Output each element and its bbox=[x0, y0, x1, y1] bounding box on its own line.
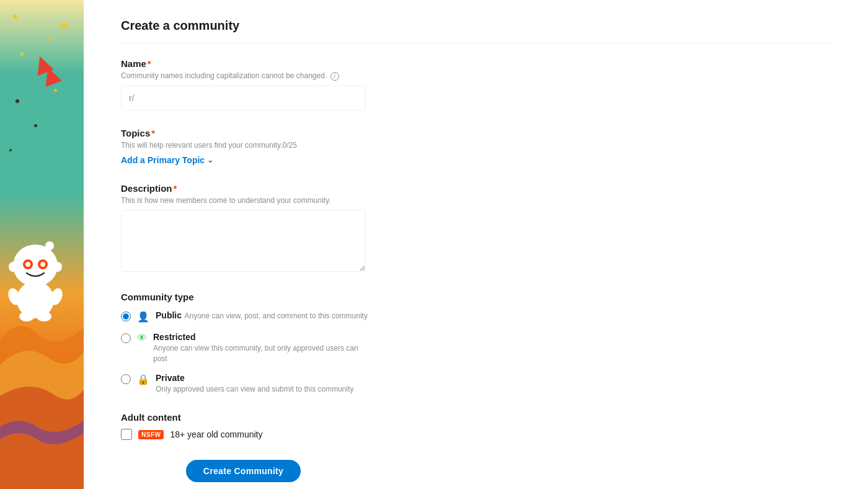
add-primary-topic-button[interactable]: Add a Primary Topic ⌄ bbox=[121, 155, 213, 165]
description-label: Description* bbox=[121, 183, 369, 194]
create-community-button[interactable]: Create Community bbox=[186, 460, 301, 482]
private-icon: 🔒 bbox=[137, 374, 149, 385]
public-desc: Anyone can view, post, and comment to th… bbox=[184, 312, 367, 320]
name-section: Name* Community names including capitali… bbox=[121, 58, 369, 110]
nsfw-row: NSFW 18+ year old community bbox=[121, 429, 369, 440]
section-divider bbox=[121, 43, 831, 43]
public-option[interactable]: 👤 Public Anyone can view, post, and comm… bbox=[121, 310, 369, 323]
wave-decoration bbox=[0, 303, 84, 489]
restricted-option[interactable]: 👁 Restricted Anyone can view this commun… bbox=[121, 331, 369, 364]
public-label: Public bbox=[156, 310, 182, 320]
svg-point-8 bbox=[53, 262, 62, 272]
svg-point-6 bbox=[40, 262, 45, 267]
dot-decoration bbox=[34, 124, 37, 127]
dot-decoration bbox=[9, 149, 12, 151]
private-label: Private bbox=[156, 373, 185, 383]
community-type-section: Community type 👤 Public Anyone can view,… bbox=[121, 292, 369, 395]
star-icon: ★ bbox=[59, 19, 69, 32]
chevron-down-icon: ⌄ bbox=[207, 156, 213, 164]
nsfw-badge: NSFW bbox=[138, 430, 164, 439]
private-desc: Only approved users can view and submit … bbox=[156, 384, 369, 395]
restricted-label: Restricted bbox=[153, 332, 195, 342]
community-type-label: Community type bbox=[121, 292, 369, 302]
topics-section: Topics* This will help relevant users fi… bbox=[121, 128, 369, 166]
star-icon: ★ bbox=[53, 87, 58, 94]
private-radio[interactable] bbox=[121, 374, 131, 384]
main-content: Create a community Name* Community names… bbox=[84, 0, 868, 489]
name-hint: Community names including capitalization… bbox=[121, 71, 369, 81]
name-label: Name* bbox=[121, 58, 369, 69]
description-input[interactable] bbox=[121, 210, 366, 272]
dot-decoration bbox=[16, 99, 19, 103]
info-icon[interactable]: i bbox=[330, 72, 339, 81]
topics-hint: This will help relevant users find your … bbox=[121, 141, 369, 150]
svg-point-7 bbox=[9, 262, 17, 272]
svg-point-2 bbox=[13, 244, 58, 287]
adult-content-label: Adult content bbox=[121, 412, 369, 423]
star-icon: ★ bbox=[11, 11, 19, 21]
description-section: Description* This is how new members com… bbox=[121, 183, 369, 274]
topics-label: Topics* bbox=[121, 128, 369, 138]
adult-content-section: Adult content NSFW 18+ year old communit… bbox=[121, 412, 369, 440]
restricted-icon: 👁 bbox=[137, 333, 147, 344]
star-icon: ★ bbox=[46, 34, 52, 41]
sidebar-illustration: ★ ★ ★ ★ ★ bbox=[0, 0, 84, 489]
private-option[interactable]: 🔒 Private Only approved users can view a… bbox=[121, 372, 369, 395]
star-icon: ★ bbox=[19, 50, 25, 58]
public-radio[interactable] bbox=[121, 312, 131, 321]
svg-point-5 bbox=[25, 262, 30, 267]
public-icon: 👤 bbox=[137, 311, 149, 323]
description-hint: This is how new members come to understa… bbox=[121, 196, 369, 205]
restricted-radio[interactable] bbox=[121, 333, 131, 343]
nsfw-checkbox[interactable] bbox=[121, 429, 132, 440]
nsfw-label: 18+ year old community bbox=[170, 429, 262, 439]
community-name-input[interactable] bbox=[121, 86, 366, 110]
page-title: Create a community bbox=[121, 19, 831, 33]
restricted-desc: Anyone can view this community, but only… bbox=[153, 343, 369, 364]
create-btn-wrapper: Create Community bbox=[121, 460, 366, 482]
